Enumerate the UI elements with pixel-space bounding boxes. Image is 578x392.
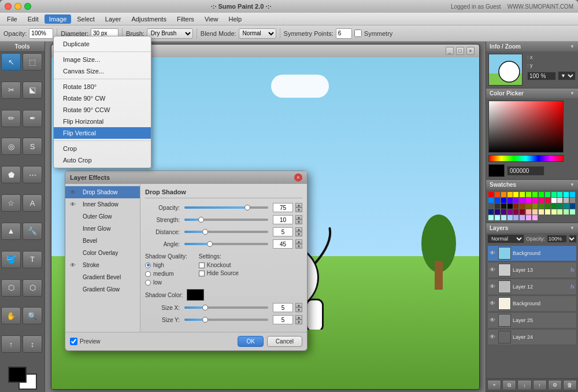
swatch[interactable]	[501, 198, 506, 203]
strength-value[interactable]	[273, 215, 293, 224]
effect-inner-glow[interactable]: Inner Glow	[65, 223, 140, 235]
menu-adjustments[interactable]: Adjustments	[127, 14, 171, 24]
menu-view[interactable]: View	[200, 14, 223, 24]
effect-drop-shadow[interactable]: 👁 Drop Shadow	[65, 186, 140, 198]
size-x-slider[interactable]	[184, 306, 268, 309]
ok-button[interactable]: OK	[238, 336, 263, 347]
swatch[interactable]	[501, 204, 506, 209]
swatch[interactable]	[557, 198, 562, 203]
canvas-minimize[interactable]: _	[446, 47, 454, 55]
color-hex-input[interactable]: 000000	[507, 166, 544, 176]
brush-select[interactable]: Dry Brush	[147, 28, 193, 39]
swatch[interactable]	[570, 209, 575, 215]
swatch[interactable]	[532, 204, 538, 209]
swatch[interactable]	[526, 215, 531, 220]
shadow-color-box[interactable]	[187, 289, 204, 301]
swatch[interactable]	[564, 192, 569, 197]
swatch[interactable]	[526, 209, 531, 215]
tool-hex1[interactable]: ⬡	[1, 279, 21, 297]
swatch[interactable]	[539, 204, 544, 209]
swatch[interactable]	[545, 198, 550, 203]
tool-line[interactable]: ⋯	[23, 166, 42, 183]
swatch[interactable]	[551, 204, 557, 209]
layer-move-down-btn[interactable]: ↓	[517, 380, 531, 390]
tool-lasso[interactable]: ⬚	[23, 53, 42, 71]
hide-source-check[interactable]: Hide Source	[199, 270, 239, 276]
effect-gradient-glow[interactable]: Gradient Glow	[65, 283, 140, 295]
dialog-close-btn[interactable]: ×	[294, 173, 302, 182]
swatch[interactable]	[526, 204, 531, 209]
layers-header[interactable]: Layers ▼	[486, 223, 578, 233]
menu-canvas-size[interactable]: Canvas Size...	[54, 65, 151, 77]
menu-filters[interactable]: Filters	[172, 14, 199, 24]
tool-arrow[interactable]: ↖	[1, 53, 21, 71]
opacity-value[interactable]	[273, 203, 293, 212]
color-gradient[interactable]	[488, 101, 564, 153]
quality-medium-circle[interactable]	[145, 271, 151, 277]
menu-crop[interactable]: Crop	[54, 143, 151, 154]
size-y-down[interactable]: ▼	[295, 320, 302, 324]
size-y-up[interactable]: ▲	[295, 315, 302, 320]
layer-eye-5[interactable]: 👁	[490, 334, 497, 341]
effect-inner-shadow[interactable]: 👁 Inner Shadow	[65, 198, 140, 210]
swatch[interactable]	[551, 209, 557, 215]
menu-duplicate[interactable]: Duplicate	[54, 38, 151, 50]
menu-image-size[interactable]: Image Size...	[54, 54, 151, 65]
quality-high[interactable]: high	[145, 262, 187, 268]
swatch[interactable]	[564, 204, 569, 209]
swatch[interactable]	[557, 209, 562, 215]
swatch[interactable]	[513, 198, 518, 203]
swatch[interactable]	[539, 198, 544, 203]
tool-text[interactable]: A	[23, 194, 42, 212]
layer-eye-4[interactable]: 👁	[490, 317, 497, 324]
layer-item-24[interactable]: 👁 Layer 24	[487, 329, 577, 345]
swatches-header[interactable]: Swatches ▼	[486, 180, 578, 190]
effect-gradient-bevel[interactable]: Gradient Bevel	[65, 271, 140, 283]
distance-down[interactable]: ▼	[295, 232, 302, 236]
swatch[interactable]	[539, 192, 544, 197]
knockout-box[interactable]	[199, 262, 205, 268]
tool-hand[interactable]: ✋	[1, 307, 21, 324]
swatch[interactable]	[520, 215, 525, 220]
swatch[interactable]	[557, 192, 562, 197]
color-picker-header[interactable]: Color Picker ▼	[486, 88, 578, 98]
layers-opacity-select[interactable]: ▼	[569, 235, 577, 243]
symmetry-checkbox[interactable]	[354, 29, 362, 37]
swatch[interactable]	[564, 198, 569, 203]
tool-up2[interactable]: ↕	[23, 335, 42, 353]
quality-low-circle[interactable]	[145, 280, 151, 286]
swatch[interactable]	[520, 204, 525, 209]
tool-pencil[interactable]: ✏	[1, 110, 21, 127]
size-x-value[interactable]	[273, 303, 293, 312]
swatch[interactable]	[507, 198, 513, 203]
layer-eye-1[interactable]: 👁	[490, 267, 497, 273]
layer-delete-btn[interactable]: 🗑	[563, 380, 577, 390]
swatch[interactable]	[507, 192, 513, 197]
opacity-spin[interactable]: ▲ ▼	[295, 203, 302, 212]
color-swatch-small[interactable]	[488, 164, 505, 177]
swatch[interactable]	[526, 198, 531, 203]
swatch[interactable]	[551, 198, 557, 203]
swatch[interactable]	[501, 192, 506, 197]
menu-flip-v[interactable]: Flip Vertical	[54, 127, 151, 139]
tool-up1[interactable]: ↑	[1, 335, 21, 353]
tool-polygon[interactable]: ⬟	[1, 166, 21, 183]
tool-star[interactable]: ☆	[1, 194, 21, 212]
effect-outer-glow[interactable]: Outer Glow	[65, 210, 140, 223]
swatch[interactable]	[520, 198, 525, 203]
swatch[interactable]	[495, 209, 500, 215]
menu-auto-crop[interactable]: Auto Crop	[54, 154, 151, 166]
swatch[interactable]	[520, 209, 525, 215]
knockout-check[interactable]: Knockout	[199, 262, 239, 268]
window-controls[interactable]	[5, 3, 31, 10]
tool-shape[interactable]: ▲	[1, 223, 21, 240]
swatch[interactable]	[570, 198, 575, 203]
tool-circle[interactable]: ◎	[1, 138, 21, 155]
menu-edit[interactable]: Edit	[23, 14, 43, 24]
menu-layer[interactable]: Layer	[101, 14, 126, 24]
swatch[interactable]	[501, 209, 506, 215]
swatch[interactable]	[488, 215, 494, 220]
layers-opacity-input[interactable]	[547, 235, 567, 243]
swatch[interactable]	[564, 209, 569, 215]
opacity-slider[interactable]	[184, 206, 268, 209]
